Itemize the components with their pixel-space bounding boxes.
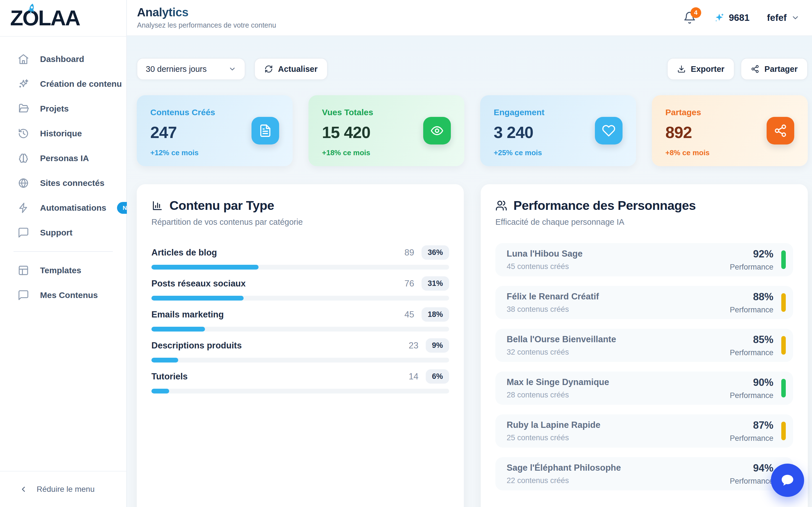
panel-subtitle: Efficacité de chaque personnage IA <box>495 217 793 227</box>
bar-fill <box>151 358 178 362</box>
history-icon <box>17 128 29 139</box>
persona-performance-label: Performance <box>730 263 773 272</box>
persona-row[interactable]: Luna l'Hibou Sage 45 contenus créés 92% … <box>495 243 793 276</box>
stat-delta: +12% ce mois <box>150 149 279 157</box>
app-root: ZOLAA Dashboard <box>0 0 812 507</box>
user-menu[interactable]: fefef <box>767 12 800 23</box>
rocket-icon <box>24 2 39 17</box>
persona-score: 87% Performance <box>730 419 773 443</box>
chart-row-label: Tutoriels <box>151 372 188 382</box>
sidebar-item-label: Historique <box>40 129 82 138</box>
sparkles-icon <box>17 78 29 90</box>
stat-label: Vues Totales <box>322 108 451 117</box>
chat-fab-button[interactable] <box>771 464 804 497</box>
globe-icon <box>17 177 29 189</box>
sidebar-item-historique[interactable]: Historique <box>0 121 126 146</box>
chart-row-label: Posts réseaux sociaux <box>151 279 246 289</box>
persona-count: 25 contenus créés <box>507 434 600 442</box>
main-area: Analytics Analysez les performances de v… <box>127 0 812 507</box>
persona-count: 38 contenus créés <box>507 305 599 314</box>
credits-indicator[interactable]: 9681 <box>714 12 749 23</box>
title-block: Analytics Analysez les performances de v… <box>137 6 276 29</box>
share-button[interactable]: Partager <box>741 58 808 80</box>
persona-count: 28 contenus créés <box>507 391 609 399</box>
persona-percent: 85% <box>730 334 773 346</box>
chart-row: Posts réseaux sociaux 76 31% <box>151 276 449 300</box>
sidebar-item-automatisations[interactable]: Automatisations NEW <box>0 195 126 220</box>
persona-count: 32 contenus créés <box>507 348 616 356</box>
persona-name: Max le Singe Dynamique <box>507 377 609 387</box>
sidebar-item-mes-contenus[interactable]: Mes Contenus <box>0 283 126 307</box>
chart-row: Emails marketing 45 18% <box>151 307 449 332</box>
export-button[interactable]: Exporter <box>667 58 734 80</box>
sidebar-item-projets[interactable]: Projets <box>0 96 126 121</box>
sidebar-item-dashboard[interactable]: Dashboard <box>0 47 126 71</box>
content-area: 30 derniers jours Actualiser <box>127 36 812 507</box>
bar-track <box>151 358 449 362</box>
persona-row[interactable]: Max le Singe Dynamique 28 contenus créés… <box>495 372 793 405</box>
persona-percent: 88% <box>730 291 773 303</box>
nav-divider <box>13 251 113 252</box>
share-icon <box>751 65 759 73</box>
persona-performance-label: Performance <box>730 348 773 357</box>
panel-header: Contenu par Type <box>151 198 449 213</box>
chart-row-count: 23 <box>409 341 418 351</box>
persona-row[interactable]: Félix le Renard Créatif 38 contenus créé… <box>495 286 793 319</box>
persona-info: Luna l'Hibou Sage 45 contenus créés <box>507 249 582 271</box>
download-icon <box>677 65 686 73</box>
stat-delta: +8% ce mois <box>665 149 794 157</box>
performance-level-bar <box>781 379 786 397</box>
chart-row-percent-badge: 6% <box>426 369 449 384</box>
chart-row-percent-badge: 36% <box>421 245 449 260</box>
page-title: Analytics <box>137 6 276 18</box>
sidebar: ZOLAA Dashboard <box>0 0 127 507</box>
refresh-icon <box>264 65 273 73</box>
bar-chart-icon <box>151 200 163 212</box>
notifications-button[interactable]: 4 <box>683 11 696 24</box>
page-subtitle: Analysez les performances de votre conte… <box>137 21 276 29</box>
stat-delta: +25% ce mois <box>494 149 622 157</box>
panel-header: Performance des Personnages <box>495 198 793 213</box>
sidebar-item-label: Création de contenu <box>40 79 122 89</box>
sidebar-item-support[interactable]: Support <box>0 220 126 245</box>
period-select-value: 30 derniers jours <box>146 64 207 74</box>
chart-row: Descriptions produits 23 9% <box>151 338 449 362</box>
persona-name: Sage l'Éléphant Philosophe <box>507 463 621 473</box>
sidebar-item-personas-ia[interactable]: Personas IA <box>0 146 126 171</box>
topbar-right: 4 9681 fefef <box>683 11 800 24</box>
persona-info: Ruby la Lapine Rapide 25 contenus créés <box>507 420 600 442</box>
chart-row-label: Descriptions produits <box>151 341 242 351</box>
persona-performance-label: Performance <box>730 305 773 314</box>
persona-score: 88% Performance <box>730 291 773 314</box>
persona-row[interactable]: Bella l'Ourse Bienveillante 32 contenus … <box>495 329 793 362</box>
bar-track <box>151 389 449 393</box>
toolbar-right: Exporter Partager <box>667 58 808 80</box>
brand-name: ZOLAA <box>10 7 80 29</box>
credits-value: 9681 <box>729 12 749 23</box>
stat-delta: +18% ce mois <box>322 149 451 157</box>
persona-row[interactable]: Sage l'Éléphant Philosophe 22 contenus c… <box>495 457 793 490</box>
bar-fill <box>151 265 259 270</box>
persona-name: Félix le Renard Créatif <box>507 291 599 302</box>
persona-row[interactable]: Ruby la Lapine Rapide 25 contenus créés … <box>495 414 793 448</box>
collapse-menu-button[interactable]: Réduire le menu <box>17 485 96 494</box>
analytics-toolbar: 30 derniers jours Actualiser <box>137 58 808 80</box>
collapse-menu-label: Réduire le menu <box>37 485 94 494</box>
brand-logo[interactable]: ZOLAA <box>0 0 126 37</box>
chart-row-percent-badge: 18% <box>421 307 449 322</box>
sidebar-item-templates[interactable]: Templates <box>0 258 126 283</box>
sidebar-item-sites-connectes[interactable]: Sites connectés <box>0 171 126 195</box>
bar-track <box>151 296 449 300</box>
sidebar-nav: Dashboard Création de contenu Projets Hi… <box>0 37 126 471</box>
stat-label: Engagement <box>494 108 622 117</box>
refresh-button[interactable]: Actualiser <box>254 58 327 80</box>
persona-percent: 90% <box>730 377 773 388</box>
period-select[interactable]: 30 derniers jours <box>137 58 245 80</box>
persona-performance-label: Performance <box>730 434 773 443</box>
panels-row: Contenu par Type Répartition de vos cont… <box>137 184 808 507</box>
chat-bubble-icon <box>779 472 796 489</box>
notification-badge: 4 <box>691 7 701 18</box>
share-label: Partager <box>764 64 798 74</box>
persona-name: Luna l'Hibou Sage <box>507 249 582 259</box>
sidebar-item-creation-de-contenu[interactable]: Création de contenu <box>0 71 126 96</box>
